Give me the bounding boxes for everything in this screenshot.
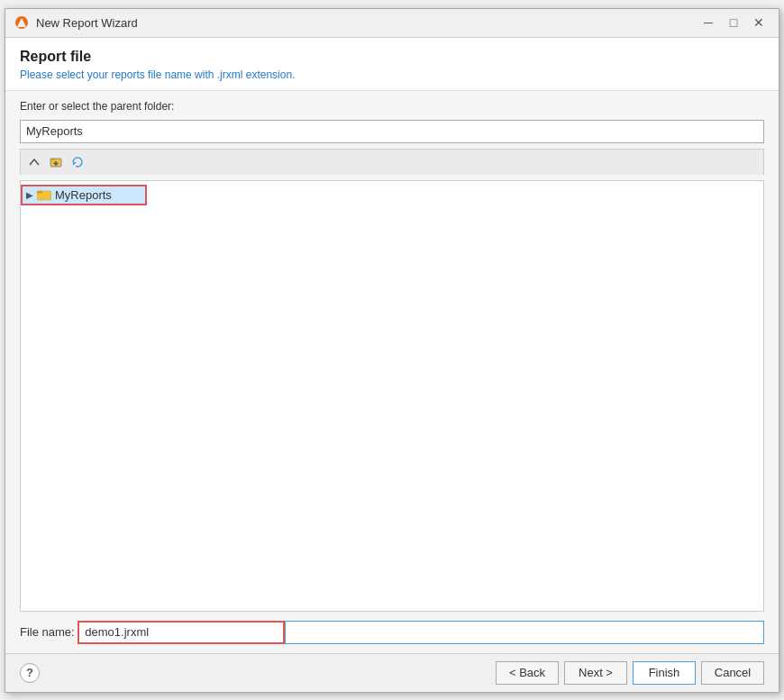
close-button[interactable]: ✕	[748, 12, 770, 33]
back-button[interactable]: < Back	[496, 661, 559, 685]
window-title: New Report Wizard	[36, 16, 138, 30]
page-title: Report file	[20, 49, 764, 65]
wizard-app-icon	[14, 15, 29, 30]
help-button[interactable]: ?	[20, 663, 40, 683]
bottom-bar: ? < Back Next > Finish Cancel	[5, 653, 779, 692]
main-section: Enter or select the parent folder:	[5, 91, 779, 653]
bottom-right: < Back Next > Finish Cancel	[496, 661, 764, 685]
folder-tree[interactable]: ▶ MyReports	[20, 180, 764, 612]
title-bar-left: New Report Wizard	[14, 15, 138, 30]
svg-rect-8	[37, 191, 42, 194]
parent-folder-label: Enter or select the parent folder:	[20, 100, 764, 113]
header-section: Report file Please select your reports f…	[5, 38, 779, 91]
window-controls: ─ □ ✕	[697, 12, 770, 33]
tree-toolbar	[20, 149, 764, 175]
file-extension-input[interactable]	[285, 621, 764, 644]
navigate-up-button[interactable]	[24, 152, 44, 172]
minimize-button[interactable]: ─	[697, 12, 719, 33]
next-button[interactable]: Next >	[564, 661, 627, 685]
svg-marker-6	[73, 162, 77, 166]
title-bar: New Report Wizard ─ □ ✕	[5, 9, 779, 38]
folder-icon	[37, 188, 51, 201]
parent-folder-input[interactable]	[20, 120, 764, 143]
page-subtitle: Please select your reports file name wit…	[20, 68, 764, 81]
tree-item-label: MyReports	[55, 188, 112, 202]
new-folder-button[interactable]	[46, 152, 66, 172]
file-name-label: File name:	[20, 625, 75, 639]
finish-button[interactable]: Finish	[633, 661, 696, 685]
tree-item-myreports[interactable]: ▶ MyReports	[21, 185, 147, 205]
content-area: Report file Please select your reports f…	[5, 38, 779, 653]
refresh-button[interactable]	[68, 152, 87, 172]
maximize-button[interactable]: □	[723, 12, 744, 33]
bottom-left: ?	[20, 663, 40, 683]
cancel-button[interactable]: Cancel	[701, 661, 764, 685]
file-name-input[interactable]	[77, 621, 285, 644]
tree-expand-arrow: ▶	[26, 190, 33, 200]
svg-rect-3	[50, 159, 55, 160]
wizard-window: New Report Wizard ─ □ ✕ Report file Plea…	[5, 8, 779, 693]
file-name-row: File name:	[20, 621, 764, 644]
